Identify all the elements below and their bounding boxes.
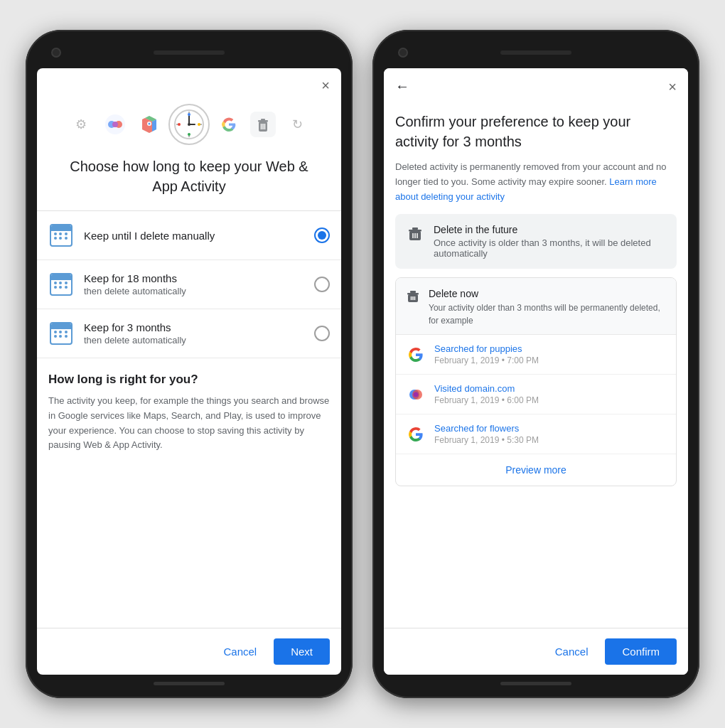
preview-more-btn[interactable]: Preview more [396,454,676,486]
option-3-label: Keep for 3 months [84,321,304,333]
option-1-row[interactable]: Keep until I delete manually [37,211,341,260]
delete-now-sub: Your activity older than 3 months will b… [429,301,666,327]
speaker-1 [154,50,225,55]
cancel-button-1[interactable]: Cancel [215,640,265,663]
screen-1: × ⚙ [37,68,341,675]
close-icon-1[interactable]: × [321,78,330,92]
phone-2-bottom [384,682,688,685]
svg-rect-33 [412,228,418,230]
option-2-sublabel: then delete automatically [84,286,304,296]
activity-item-3: Searched for flowers February 1, 2019 • … [396,414,676,454]
app-icon-settings: ⚙ [66,109,96,139]
info-title: How long is right for you? [48,373,330,387]
screen-2-header: ← × [384,68,688,100]
activity-2-highlight: domain.com [464,383,515,394]
camera-1 [51,48,61,58]
phones-container: × ⚙ [26,30,699,698]
screen-1-header: × [37,68,341,98]
screen-2-actions: Cancel Confirm [384,628,688,675]
delete-now-title: Delete now [429,288,666,299]
next-button[interactable]: Next [274,638,330,665]
svg-rect-38 [407,293,419,295]
confirm-button[interactable]: Confirm [605,638,677,665]
option-3-icon [48,321,74,346]
phone-1-top-bar [37,43,341,63]
confirm-desc: Deleted activity is permanently removed … [395,160,677,204]
activity-1-highlight: puppies [490,343,522,354]
option-3-radio[interactable] [314,326,330,341]
phone-2: ← × Confirm your preference to keep your… [372,30,699,698]
app-icon-google [214,109,244,139]
activity-item-1: Searched for puppies February 1, 2019 • … [396,335,676,375]
phone-1: × ⚙ [26,30,353,698]
svg-rect-27 [261,119,265,121]
camera-2 [398,48,408,58]
option-2-icon [48,272,74,297]
close-icon-2[interactable]: × [668,80,677,94]
activity-1-time: February 1, 2019 • 7:00 PM [434,355,539,365]
cancel-button-2[interactable]: Cancel [547,640,597,663]
svg-point-20 [188,133,190,136]
info-text: The activity you keep, for example the t… [48,394,330,453]
option-2-text: Keep for 18 months then delete automatic… [84,272,304,296]
activity-item-2: Visited domain.com February 1, 2019 • 6:… [396,375,676,414]
option-2-label: Keep for 18 months [84,272,304,284]
activity-2-main: Visited domain.com [434,383,539,394]
phone-2-top-bar [384,43,688,63]
option-1-text: Keep until I delete manually [84,230,304,242]
svg-marker-7 [152,119,156,132]
delete-future-sub: Once activity is older than 3 months, it… [434,237,665,259]
svg-point-14 [188,123,190,126]
screen-2: ← × Confirm your preference to keep your… [384,68,688,675]
icons-row: ⚙ [37,98,341,156]
activity-1-main: Searched for puppies [434,343,539,354]
option-1-label: Keep until I delete manually [84,230,304,242]
option-2-row[interactable]: Keep for 18 months then delete automatic… [37,260,341,309]
activity-3-highlight: flowers [490,423,519,434]
option-1-radio[interactable] [314,228,330,243]
svg-point-3 [112,122,118,127]
svg-point-45 [414,392,419,397]
delete-future-title: Delete in the future [434,224,665,235]
info-section: How long is right for you? The activity … [37,358,341,628]
phone-1-bottom [37,682,341,685]
app-icon-clock [168,104,210,145]
back-icon[interactable]: ← [395,78,409,95]
svg-point-19 [198,123,200,126]
delete-future-box: Delete in the future Once activity is ol… [395,214,677,269]
activity-2-time: February 1, 2019 • 6:00 PM [434,395,539,405]
app-icon-maps [134,109,164,139]
delete-future-icon [407,225,424,247]
svg-rect-32 [409,230,421,232]
option-1-icon [48,223,74,248]
svg-point-10 [149,123,151,125]
confirm-title: Confirm your preference to keep your act… [395,112,677,151]
delete-now-header: Delete now Your activity older than 3 mo… [396,278,676,335]
app-icon-assistant [100,109,130,139]
activity-2-text: Visited domain.com February 1, 2019 • 6:… [434,383,539,405]
delete-now-card: Delete now Your activity older than 3 mo… [395,277,677,486]
delete-now-text: Delete now Your activity older than 3 mo… [429,288,666,327]
activity-3-text: Searched for flowers February 1, 2019 • … [434,423,539,445]
option-2-radio[interactable] [314,277,330,292]
option-3-row[interactable]: Keep for 3 months then delete automatica… [37,309,341,358]
screen-1-title: Choose how long to keep your Web & App A… [37,156,341,210]
activity-1-icon [406,345,426,365]
svg-rect-39 [410,291,416,293]
activity-2-icon [406,385,426,405]
activity-1-prefix: Searched for [434,343,490,354]
bottom-indicator-1 [154,682,225,685]
speaker-2 [500,50,571,55]
activity-3-icon [406,424,426,444]
svg-point-22 [188,113,190,116]
option-3-text: Keep for 3 months then delete automatica… [84,321,304,346]
option-3-sublabel: then delete automatically [84,335,304,346]
screen-1-actions: Cancel Next [37,628,341,675]
screen-2-body: Confirm your preference to keep your act… [384,100,688,628]
activity-3-time: February 1, 2019 • 5:30 PM [434,435,539,445]
svg-point-21 [178,123,181,126]
activity-3-prefix: Searched for [434,423,490,434]
delete-now-icon [406,289,420,307]
app-icon-refresh: ↻ [282,109,312,139]
bottom-indicator-2 [500,682,571,685]
